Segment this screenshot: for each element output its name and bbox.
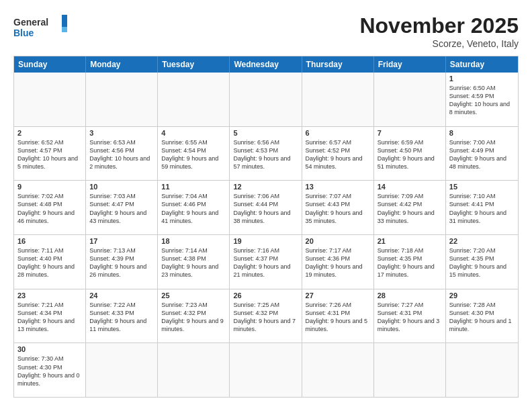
weekday-header-wednesday: Wednesday: [230, 56, 302, 73]
day-number: 22: [449, 237, 515, 245]
calendar-cell: 12Sunrise: 7:06 AM Sunset: 4:44 PM Dayli…: [230, 181, 302, 234]
day-number: 11: [161, 183, 226, 191]
day-number: 27: [306, 291, 370, 300]
calendar-cell: 7Sunrise: 6:59 AM Sunset: 4:50 PM Daylig…: [374, 127, 446, 181]
day-number: 5: [233, 129, 298, 137]
calendar-header: SundayMondayTuesdayWednesdayThursdayFrid…: [14, 56, 518, 73]
calendar-cell: 17Sunrise: 7:13 AM Sunset: 4:39 PM Dayli…: [86, 235, 158, 289]
calendar-cell: 3Sunrise: 6:53 AM Sunset: 4:56 PM Daylig…: [86, 127, 158, 181]
day-number: 29: [449, 291, 515, 300]
day-number: 21: [378, 237, 442, 245]
calendar-cell: 1Sunrise: 6:50 AM Sunset: 4:59 PM Daylig…: [446, 73, 518, 126]
calendar-cell: 21Sunrise: 7:18 AM Sunset: 4:35 PM Dayli…: [374, 235, 446, 289]
day-number: 17: [89, 237, 154, 245]
calendar-cell: 29Sunrise: 7:28 AM Sunset: 4:30 PM Dayli…: [446, 289, 518, 343]
day-number: 25: [161, 291, 226, 300]
calendar-row-4: 23Sunrise: 7:21 AM Sunset: 4:34 PM Dayli…: [14, 289, 518, 344]
day-info: Sunrise: 7:11 AM Sunset: 4:40 PM Dayligh…: [17, 246, 82, 279]
day-number: 16: [17, 237, 82, 245]
day-info: Sunrise: 7:06 AM Sunset: 4:44 PM Dayligh…: [233, 192, 298, 225]
day-info: Sunrise: 7:14 AM Sunset: 4:38 PM Dayligh…: [161, 246, 226, 279]
calendar-cell: [374, 73, 446, 126]
calendar: SundayMondayTuesdayWednesdayThursdayFrid…: [13, 56, 519, 398]
calendar-row-2: 9Sunrise: 7:02 AM Sunset: 4:48 PM Daylig…: [14, 181, 518, 235]
calendar-cell: [86, 343, 158, 397]
day-number: 3: [89, 129, 154, 137]
day-number: 12: [233, 183, 298, 191]
day-info: Sunrise: 7:26 AM Sunset: 4:31 PM Dayligh…: [306, 301, 370, 334]
calendar-cell: [302, 73, 374, 126]
day-number: 30: [17, 345, 82, 353]
day-info: Sunrise: 7:07 AM Sunset: 4:43 PM Dayligh…: [306, 192, 370, 225]
calendar-cell: [158, 343, 230, 397]
day-number: 6: [306, 129, 370, 137]
weekday-header-thursday: Thursday: [302, 56, 374, 73]
day-info: Sunrise: 6:52 AM Sunset: 4:57 PM Dayligh…: [17, 138, 82, 171]
subtitle: Scorze, Veneto, Italy: [359, 38, 519, 49]
calendar-cell: 11Sunrise: 7:04 AM Sunset: 4:46 PM Dayli…: [158, 181, 230, 234]
calendar-cell: 23Sunrise: 7:21 AM Sunset: 4:34 PM Dayli…: [14, 289, 86, 343]
day-info: Sunrise: 7:22 AM Sunset: 4:33 PM Dayligh…: [89, 301, 154, 334]
day-info: Sunrise: 7:00 AM Sunset: 4:49 PM Dayligh…: [449, 138, 515, 171]
day-info: Sunrise: 7:10 AM Sunset: 4:41 PM Dayligh…: [449, 192, 515, 225]
day-number: 9: [17, 183, 82, 191]
day-info: Sunrise: 6:55 AM Sunset: 4:54 PM Dayligh…: [161, 138, 226, 171]
day-info: Sunrise: 7:28 AM Sunset: 4:30 PM Dayligh…: [449, 301, 515, 334]
month-title: November 2025: [359, 13, 519, 38]
day-number: 7: [378, 129, 442, 137]
calendar-row-0: 1Sunrise: 6:50 AM Sunset: 4:59 PM Daylig…: [14, 73, 518, 127]
weekday-header-friday: Friday: [374, 56, 446, 73]
day-info: Sunrise: 7:16 AM Sunset: 4:37 PM Dayligh…: [233, 246, 298, 279]
day-number: 4: [161, 129, 226, 137]
day-info: Sunrise: 7:30 AM Sunset: 4:30 PM Dayligh…: [17, 355, 82, 387]
day-info: Sunrise: 7:17 AM Sunset: 4:36 PM Dayligh…: [306, 246, 370, 279]
day-info: Sunrise: 7:21 AM Sunset: 4:34 PM Dayligh…: [17, 301, 82, 334]
calendar-cell: 22Sunrise: 7:20 AM Sunset: 4:35 PM Dayli…: [446, 235, 518, 289]
calendar-row-1: 2Sunrise: 6:52 AM Sunset: 4:57 PM Daylig…: [14, 127, 518, 181]
day-number: 19: [233, 237, 298, 245]
day-info: Sunrise: 6:59 AM Sunset: 4:50 PM Dayligh…: [378, 138, 442, 171]
weekday-header-monday: Monday: [86, 56, 158, 73]
calendar-cell: [14, 73, 86, 126]
calendar-row-3: 16Sunrise: 7:11 AM Sunset: 4:40 PM Dayli…: [14, 235, 518, 289]
day-number: 18: [161, 237, 226, 245]
calendar-cell: 20Sunrise: 7:17 AM Sunset: 4:36 PM Dayli…: [302, 235, 374, 289]
day-number: 20: [306, 237, 370, 245]
calendar-cell: 13Sunrise: 7:07 AM Sunset: 4:43 PM Dayli…: [302, 181, 374, 234]
calendar-row-5: 30Sunrise: 7:30 AM Sunset: 4:30 PM Dayli…: [14, 343, 518, 397]
day-number: 28: [378, 291, 442, 300]
calendar-cell: 8Sunrise: 7:00 AM Sunset: 4:49 PM Daylig…: [446, 127, 518, 181]
calendar-cell: 15Sunrise: 7:10 AM Sunset: 4:41 PM Dayli…: [446, 181, 518, 234]
calendar-cell: 25Sunrise: 7:23 AM Sunset: 4:32 PM Dayli…: [158, 289, 230, 343]
calendar-cell: 4Sunrise: 6:55 AM Sunset: 4:54 PM Daylig…: [158, 127, 230, 181]
weekday-header-sunday: Sunday: [14, 56, 86, 73]
day-number: 8: [449, 129, 515, 137]
day-number: 13: [306, 183, 370, 191]
calendar-cell: [374, 343, 446, 397]
calendar-cell: 9Sunrise: 7:02 AM Sunset: 4:48 PM Daylig…: [14, 181, 86, 234]
day-number: 15: [449, 183, 515, 191]
day-info: Sunrise: 7:02 AM Sunset: 4:48 PM Dayligh…: [17, 192, 82, 225]
day-info: Sunrise: 7:27 AM Sunset: 4:31 PM Dayligh…: [378, 301, 442, 334]
day-info: Sunrise: 6:53 AM Sunset: 4:56 PM Dayligh…: [89, 138, 154, 171]
day-info: Sunrise: 6:57 AM Sunset: 4:52 PM Dayligh…: [306, 138, 370, 171]
calendar-cell: [446, 343, 518, 397]
header: General Blue November 2025 Scorze, Venet…: [13, 13, 519, 49]
svg-text:Blue: Blue: [13, 28, 34, 38]
logo: General Blue: [13, 13, 67, 40]
calendar-cell: 30Sunrise: 7:30 AM Sunset: 4:30 PM Dayli…: [14, 343, 86, 397]
day-number: 10: [89, 183, 154, 191]
day-info: Sunrise: 7:03 AM Sunset: 4:47 PM Dayligh…: [89, 192, 154, 225]
calendar-cell: [302, 343, 374, 397]
day-number: 14: [378, 183, 442, 191]
calendar-cell: 10Sunrise: 7:03 AM Sunset: 4:47 PM Dayli…: [86, 181, 158, 234]
day-number: 23: [17, 291, 82, 300]
svg-marker-3: [62, 27, 67, 32]
calendar-cell: [86, 73, 158, 126]
calendar-cell: 19Sunrise: 7:16 AM Sunset: 4:37 PM Dayli…: [230, 235, 302, 289]
day-info: Sunrise: 7:25 AM Sunset: 4:32 PM Dayligh…: [233, 301, 298, 334]
calendar-cell: 24Sunrise: 7:22 AM Sunset: 4:33 PM Dayli…: [86, 289, 158, 343]
day-number: 26: [233, 291, 298, 300]
calendar-cell: 18Sunrise: 7:14 AM Sunset: 4:38 PM Dayli…: [158, 235, 230, 289]
calendar-body: 1Sunrise: 6:50 AM Sunset: 4:59 PM Daylig…: [14, 73, 518, 397]
